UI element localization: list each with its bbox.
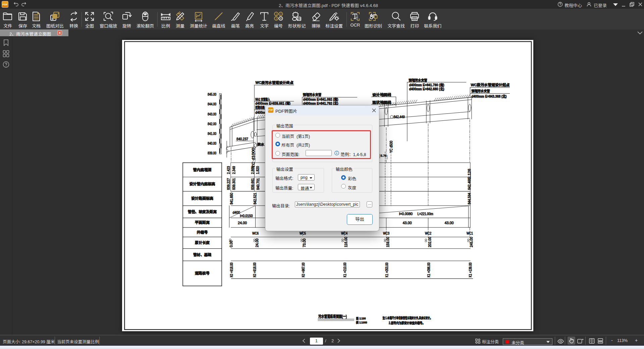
- svg-text:L=221.00m: L=221.00m: [418, 212, 433, 216]
- svg-text:近期出路: 近期出路: [255, 105, 265, 109]
- svg-text:平面距离: 平面距离: [195, 220, 210, 225]
- svg-text:K0 +918.00: K0 +918.00: [230, 262, 233, 277]
- svg-text:844.594: 844.594: [468, 193, 471, 204]
- svg-text:842.00: 842.00: [208, 122, 216, 126]
- svg-text:跌水: 跌水: [258, 143, 265, 146]
- svg-text:5.78: 5.78: [381, 154, 387, 157]
- svg-text:WC1: WC1: [467, 231, 473, 235]
- svg-text:道路桩号: 道路桩号: [195, 271, 210, 275]
- svg-text:A: A: [57, 12, 59, 15]
- svg-text:4: 4: [280, 17, 282, 20]
- svg-text:WC段污水管道设计终点: WC段污水管道设计终点: [256, 81, 293, 85]
- svg-text:井编号: 井编号: [197, 230, 208, 234]
- svg-text:WA2 支管接入: WA2 支管接入: [255, 97, 270, 101]
- svg-text:844.00: 844.00: [208, 102, 216, 106]
- svg-text:0.00: 0.00: [229, 240, 233, 247]
- svg-text:843.00: 843.00: [208, 112, 216, 116]
- svg-text:839.227: 839.227: [227, 178, 230, 190]
- svg-text:840.00: 840.00: [208, 142, 216, 145]
- svg-text:K0 +918.00: K0 +918.00: [253, 262, 257, 277]
- svg-text:d400mm E=843.368 (北): d400mm E=843.368 (北): [472, 94, 507, 98]
- svg-text:WC5: WC5: [300, 231, 306, 235]
- svg-text:WC2: WC2: [425, 231, 431, 235]
- svg-text:43.00: 43.00: [403, 221, 412, 225]
- svg-text:845.00: 845.00: [208, 93, 216, 96]
- svg-text:管径、坡度及距离: 管径、坡度及距离: [188, 210, 217, 214]
- svg-text:WC6: WC6: [252, 231, 259, 235]
- svg-text:2.126: 2.126: [468, 168, 471, 179]
- svg-text:i=0.0080: i=0.0080: [399, 212, 413, 216]
- svg-text:d400: d400: [233, 211, 240, 214]
- svg-text:K1 +053.00: K1 +053.00: [385, 262, 389, 277]
- svg-text:839.661: 839.661: [251, 178, 255, 190]
- svg-text:842.468: 842.468: [468, 178, 471, 190]
- svg-text:竖 1:100: 竖 1:100: [356, 317, 366, 320]
- svg-text:d400mm E=841.780 (南): d400mm E=841.780 (南): [409, 83, 444, 87]
- svg-text:K1 +139.00: K1 +139.00: [469, 262, 472, 277]
- svg-text:K1 +010.00: K1 +010.00: [343, 262, 347, 277]
- svg-text:1.820: 1.820: [256, 166, 260, 174]
- svg-text:K0 +967.00: K0 +967.00: [302, 262, 305, 277]
- svg-text:839.00: 839.00: [208, 151, 216, 155]
- svg-text:YC d500: YC d500: [389, 141, 393, 153]
- svg-text:K1 +096.00: K1 +096.00: [427, 262, 431, 277]
- svg-text:116.00: 116.00: [344, 237, 348, 247]
- svg-text:841.00: 841.00: [208, 132, 216, 136]
- svg-text:WC3: WC3: [383, 231, 389, 235]
- svg-text:d400mm E=841.092 (南): d400mm E=841.092 (南): [303, 97, 338, 101]
- svg-text:设计地面线: 设计地面线: [372, 93, 391, 97]
- svg-text:2.括号内为原设计检查井编号。: 2.括号内为原设计检查井编号。: [389, 321, 425, 325]
- svg-text:839.301: 839.301: [232, 178, 236, 190]
- svg-text:245.00: 245.00: [470, 237, 473, 247]
- svg-text:设计路面标高: 设计路面标高: [191, 196, 213, 200]
- svg-text:159.00: 159.00: [386, 237, 390, 247]
- svg-text:WC4: WC4: [341, 231, 347, 235]
- svg-text:73.00: 73.00: [303, 238, 306, 247]
- svg-text:2.860: 2.860: [251, 166, 255, 174]
- svg-text:3: 3: [275, 17, 277, 20]
- svg-text:预埋污水支管: 预埋污水支管: [303, 93, 321, 97]
- svg-text:841.650: 841.650: [230, 193, 233, 204]
- svg-text:d400mm E=839.661 (南): d400mm E=839.661 (南): [255, 101, 290, 105]
- svg-text:840.237: 840.237: [236, 137, 248, 141]
- svg-text:2: 2: [280, 12, 282, 16]
- svg-text:现状地面线: 现状地面线: [372, 100, 391, 104]
- svg-text:842.449: 842.449: [394, 115, 405, 119]
- svg-text:管内底埋深: 管内底埋深: [193, 168, 212, 172]
- svg-text:2.423: 2.423: [227, 166, 230, 174]
- svg-text:预埋污水支管: 预埋污水支管: [472, 89, 490, 93]
- svg-text:管材、基础: 管材、基础: [193, 253, 211, 257]
- svg-text:24.00: 24.00: [255, 238, 259, 247]
- svg-text:横 1:1000: 横 1:1000: [356, 321, 367, 324]
- svg-text:YC d1000: YC d1000: [252, 148, 255, 168]
- svg-text:d400mm E=842.680 (北): d400mm E=842.680 (北): [409, 87, 444, 91]
- svg-text:设计管内底标高: 设计管内底标高: [190, 182, 215, 186]
- svg-text:WC段污水管道设计起点: WC段污水管道设计起点: [471, 83, 510, 87]
- svg-text:i=0.0150: i=0.0150: [240, 214, 253, 218]
- svg-text:24.00: 24.00: [238, 221, 247, 225]
- svg-text:840.701: 840.701: [256, 178, 260, 190]
- svg-text:842.521: 842.521: [253, 193, 257, 204]
- svg-text:43.00: 43.00: [445, 221, 454, 225]
- svg-text:预埋污水支管: 预埋污水支管: [409, 78, 427, 82]
- svg-text:2.349: 2.349: [232, 166, 236, 174]
- svg-text:污水管道纵断面图(一): 污水管道纵断面图(一): [318, 314, 347, 319]
- svg-text:累计长度: 累计长度: [195, 241, 210, 245]
- svg-text:202.00: 202.00: [428, 237, 432, 247]
- svg-text:注:1.本图尺寸单位除管径以毫米计外,其余以米计。: 注:1.本图尺寸单位除管径以毫米计外,其余以米计。: [383, 316, 432, 320]
- svg-text:1: 1: [275, 12, 277, 16]
